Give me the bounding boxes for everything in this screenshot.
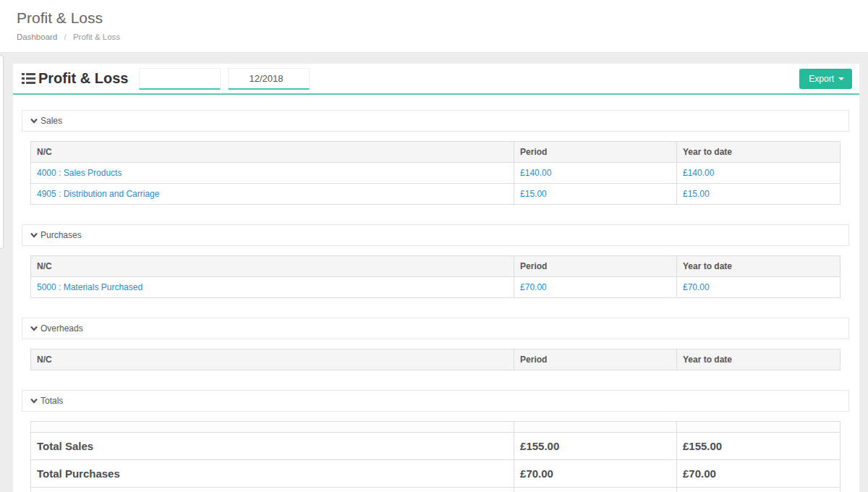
section-header-sales[interactable]: Sales [22, 110, 849, 132]
period-value-link[interactable]: £70.00 [520, 282, 547, 292]
total-ytd-value: £70.00 [676, 460, 840, 488]
section-sales: Sales N/C Period Year to date 4000 : S [22, 110, 849, 205]
total-label [31, 488, 514, 492]
panel-title: Profit & Loss [38, 70, 128, 87]
section-title: Purchases [41, 230, 82, 240]
panel-header: Profit & Loss Export [13, 64, 859, 95]
breadcrumb-current: Profit & Loss [73, 33, 120, 41]
col-header-nc: N/C [31, 256, 514, 277]
table-row: 4905 : Distribution and Carriage £15.00 … [31, 184, 841, 205]
left-edge-strip [0, 55, 4, 249]
col-header-ytd: Year to date [676, 142, 840, 163]
section-title: Sales [41, 116, 62, 126]
ytd-value-link[interactable]: £15.00 [683, 189, 710, 199]
breadcrumb: Dashboard / Profit & Loss [17, 33, 851, 41]
section-title: Overheads [41, 323, 83, 334]
section-totals: Totals Total Sales £1 [22, 390, 849, 492]
totals-empty-header [31, 422, 514, 433]
period-to-input[interactable] [228, 68, 310, 90]
ytd-value-link[interactable]: £140.00 [683, 168, 714, 178]
total-period-value: £155.00 [514, 433, 677, 460]
panel-body: Sales N/C Period Year to date 4000 : S [13, 95, 859, 492]
total-label: Total Sales [31, 433, 514, 460]
page-header: Profit & Loss Dashboard / Profit & Loss [0, 0, 868, 53]
section-header-totals[interactable]: Totals [22, 390, 849, 412]
totals-table: Total Sales £155.00 £155.00 Total Purcha… [30, 421, 841, 492]
breadcrumb-separator: / [64, 33, 66, 41]
table-row: 4000 : Sales Products £140.00 £140.00 [31, 163, 841, 184]
nc-link[interactable]: 4905 : Distribution and Carriage [37, 189, 159, 199]
totals-empty-header [514, 422, 677, 433]
period-from-input[interactable] [139, 68, 221, 90]
purchases-table: N/C Period Year to date 5000 : Materials… [30, 255, 841, 298]
caret-down-icon [838, 77, 844, 80]
breadcrumb-dashboard[interactable]: Dashboard [17, 33, 57, 41]
section-purchases: Purchases N/C Period Year to date 5000 [22, 224, 849, 298]
total-period-value: £70.00 [514, 460, 677, 488]
ytd-value-link[interactable]: £70.00 [683, 282, 710, 292]
chevron-down-icon [30, 398, 38, 404]
overheads-table: N/C Period Year to date [30, 349, 841, 370]
section-header-overheads[interactable]: Overheads [22, 318, 849, 339]
page-title: Profit & Loss [17, 9, 851, 27]
chevron-down-icon [30, 118, 38, 124]
col-header-ytd: Year to date [676, 256, 840, 277]
total-ytd-value: £0.00 [676, 488, 840, 492]
totals-empty-header [676, 422, 840, 433]
export-button[interactable]: Export [799, 69, 852, 89]
period-value-link[interactable]: £15.00 [520, 189, 547, 199]
section-overheads: Overheads N/C Period Year to date [22, 318, 849, 370]
col-header-period: Period [514, 349, 677, 370]
nc-link[interactable]: 5000 : Materials Purchased [37, 282, 142, 292]
table-row: Total Purchases £70.00 £70.00 [31, 460, 841, 488]
period-value-link[interactable]: £140.00 [520, 168, 551, 178]
col-header-period: Period [514, 256, 677, 277]
total-period-value: £0.00 [514, 488, 677, 492]
col-header-ytd: Year to date [676, 349, 840, 370]
nc-link[interactable]: 4000 : Sales Products [37, 168, 122, 178]
chevron-down-icon [30, 326, 38, 331]
col-header-period: Period [514, 142, 677, 163]
report-panel: Profit & Loss Export Sales N/C [13, 64, 859, 492]
section-title: Totals [41, 396, 63, 406]
list-icon [22, 72, 35, 85]
chevron-down-icon [30, 232, 38, 238]
col-header-nc: N/C [31, 349, 514, 370]
col-header-nc: N/C [31, 142, 514, 163]
table-row: 5000 : Materials Purchased £70.00 £70.00 [31, 277, 841, 298]
sales-table: N/C Period Year to date 4000 : Sales Pro… [30, 141, 841, 205]
total-label: Total Purchases [31, 460, 514, 488]
table-row: Total Sales £155.00 £155.00 [31, 433, 841, 460]
table-row: £0.00 £0.00 [31, 488, 841, 492]
section-header-purchases[interactable]: Purchases [22, 224, 849, 246]
total-ytd-value: £155.00 [676, 433, 840, 460]
export-button-label: Export [809, 74, 834, 84]
